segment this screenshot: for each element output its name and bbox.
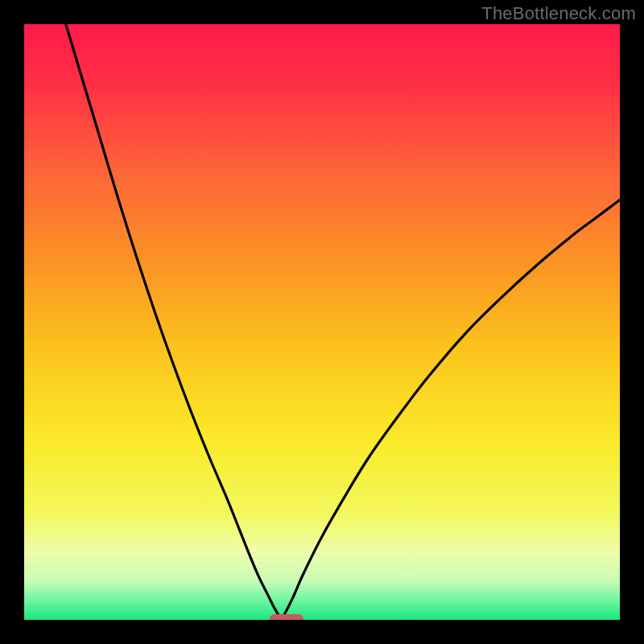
minimum-marker	[270, 614, 303, 620]
watermark-text: TheBottleneck.com	[481, 3, 636, 24]
gradient-background	[24, 24, 620, 620]
chart-svg	[24, 24, 620, 620]
chart-frame: TheBottleneck.com	[0, 0, 644, 644]
plot-area	[24, 24, 620, 620]
